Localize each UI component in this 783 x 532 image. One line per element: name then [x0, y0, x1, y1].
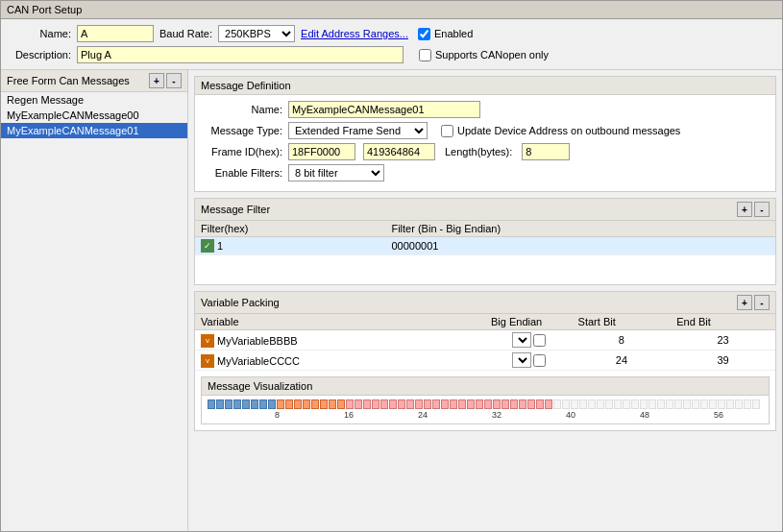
update-device-checkbox[interactable] — [441, 125, 453, 137]
vis-cell — [458, 399, 466, 409]
vis-cell — [527, 399, 535, 409]
add-message-button[interactable]: + — [149, 73, 164, 88]
add-filter-button[interactable]: + — [737, 202, 752, 217]
top-form: Name: Baud Rate: 250KBPS 500KBPS 1MBPS 1… — [1, 19, 782, 70]
length-label: Length(bytes): — [445, 146, 512, 157]
edit-address-button[interactable]: Edit Address Ranges... — [301, 28, 408, 39]
message-visualization-content: 8 16 24 32 40 48 56 — [202, 396, 769, 423]
var-endian-dropdown-1[interactable] — [512, 332, 531, 348]
var-endbit-cell: 23 — [671, 330, 775, 351]
var-startbit-cell: 8 — [573, 330, 672, 351]
vis-byte-1 — [208, 399, 276, 409]
filter-bin-col-header: Filter (Bin - Big Endian) — [385, 221, 775, 237]
left-panel-header: Free Form Can Messages + - — [1, 70, 187, 92]
vis-byte-7 — [623, 399, 691, 409]
vis-cell — [415, 399, 423, 409]
right-panel: Message Definition Name: Message Type: E… — [188, 70, 782, 531]
vis-cell — [553, 399, 561, 409]
supports-checkbox[interactable] — [419, 49, 431, 61]
filter-type-select[interactable]: 8 bit filter 16 bit filter 32 bit filter… — [288, 164, 384, 181]
supports-label: Supports CANopen only — [435, 49, 549, 60]
desc-input[interactable] — [77, 46, 404, 63]
vis-cell — [744, 399, 751, 409]
remove-filter-button[interactable]: - — [754, 202, 770, 217]
var-endian-check-2[interactable] — [533, 354, 546, 367]
left-panel-title: Free Form Can Messages — [7, 75, 130, 86]
vis-cell — [311, 399, 319, 409]
vis-cell — [588, 399, 596, 409]
filter-table: Filter(hex) Filter (Bin - Big Endian) ✓ … — [195, 221, 775, 255]
vis-cell — [320, 399, 328, 409]
message-visualization-header: Message Visualization — [202, 377, 769, 396]
enable-filters-label: Enable Filters: — [201, 167, 282, 179]
vis-cell — [363, 399, 371, 409]
vis-cell — [519, 399, 526, 409]
enabled-checkbox[interactable] — [418, 28, 430, 40]
vis-cell — [450, 399, 457, 409]
variable-packing-title: Variable Packing — [201, 297, 280, 308]
table-row[interactable]: ✓ 1 00000001 — [195, 237, 775, 255]
list-item[interactable]: Regen Message — [1, 92, 187, 108]
vis-cell — [657, 399, 665, 409]
can-port-setup-window: CAN Port Setup Name: Baud Rate: 250KBPS … — [0, 0, 783, 532]
vis-cell — [502, 399, 509, 409]
remove-variable-button[interactable]: - — [754, 295, 770, 310]
var-name-col-header: Variable — [195, 314, 485, 330]
message-filter-header: Message Filter + - — [195, 199, 775, 221]
list-item[interactable]: MyExampleCANMessage00 — [1, 108, 187, 123]
vis-cell — [726, 399, 734, 409]
var-endian-check-1[interactable] — [533, 334, 546, 347]
vis-cell — [562, 399, 570, 409]
message-list: Regen Message MyExampleCANMessage00 MyEx… — [1, 92, 187, 531]
length-input[interactable] — [522, 143, 570, 160]
vis-byte-2 — [277, 399, 345, 409]
vis-cell — [752, 399, 760, 409]
vis-label-32: 32 — [428, 410, 502, 420]
vis-label-16: 16 — [280, 410, 354, 420]
enabled-checkbox-item: Enabled — [418, 28, 473, 40]
add-variable-button[interactable]: + — [737, 295, 752, 310]
message-filter-title: Message Filter — [201, 204, 270, 215]
vis-cell — [718, 399, 725, 409]
vis-cell — [614, 399, 622, 409]
message-definition-header: Message Definition — [195, 77, 775, 95]
vis-cell — [484, 399, 492, 409]
vis-cell — [303, 399, 310, 409]
msg-type-select[interactable]: Extended Frame Send Extended Frame Recei… — [288, 122, 428, 139]
vis-byte-8 — [692, 399, 760, 409]
vis-byte-5 — [484, 399, 552, 409]
name-input[interactable] — [77, 25, 154, 42]
vis-cell — [346, 399, 354, 409]
baud-select[interactable]: 250KBPS 500KBPS 1MBPS 125KBPS — [218, 25, 295, 42]
frame-id-hex-input[interactable] — [288, 143, 355, 160]
filter-empty-space — [195, 255, 775, 284]
vis-cell — [389, 399, 397, 409]
vis-cell — [432, 399, 440, 409]
title-bar: CAN Port Setup — [1, 1, 782, 19]
remove-message-button[interactable]: - — [166, 73, 182, 88]
vis-cell — [623, 399, 630, 409]
frame-id-dec-input[interactable] — [363, 143, 435, 160]
vis-cell — [692, 399, 699, 409]
variable-packing-header: Variable Packing + - — [195, 292, 775, 314]
vis-cell — [251, 399, 258, 409]
vis-cell — [398, 399, 405, 409]
name-label: Name: — [9, 28, 71, 39]
table-row[interactable]: v MyVariableCCCC 24 — [195, 351, 775, 371]
vis-cell — [242, 399, 250, 409]
vis-cell — [510, 399, 518, 409]
table-row[interactable]: v MyVariableBBBB 8 2 — [195, 330, 775, 351]
vis-labels: 8 16 24 32 40 48 56 — [208, 410, 763, 420]
var-endian-cell — [485, 330, 573, 351]
left-panel-icon-buttons: + - — [149, 73, 182, 88]
vis-cell — [355, 399, 362, 409]
list-item[interactable]: MyExampleCANMessage01 — [1, 123, 187, 138]
vis-label-24: 24 — [354, 410, 428, 420]
var-row-icon: v — [201, 334, 214, 348]
vis-byte-3 — [346, 399, 414, 409]
msg-name-input[interactable] — [288, 101, 480, 118]
vis-cell — [648, 399, 656, 409]
filter-bin-cell: 00000001 — [385, 237, 775, 255]
main-content: Free Form Can Messages + - Regen Message… — [1, 70, 782, 531]
var-endian-dropdown-2[interactable] — [512, 352, 531, 368]
